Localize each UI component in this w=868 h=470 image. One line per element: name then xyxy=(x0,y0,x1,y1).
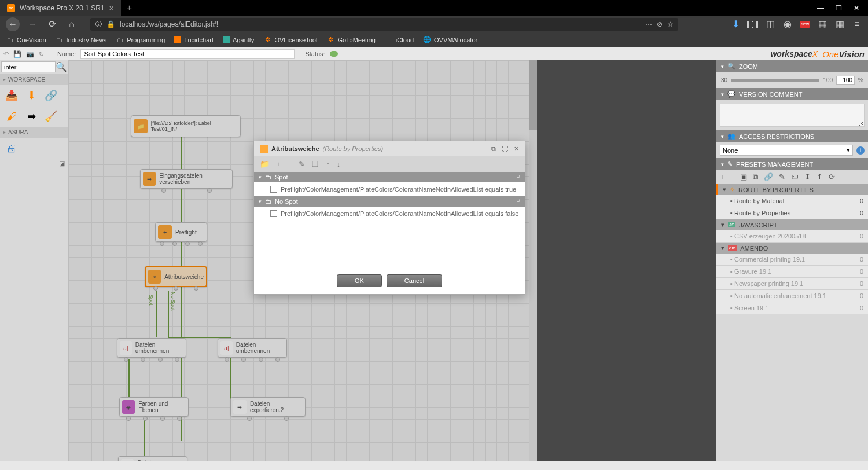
ok-button[interactable]: OK xyxy=(337,274,382,287)
branch-icon[interactable]: ⑂ xyxy=(516,198,520,205)
node-exportieren-2[interactable]: ➡ Dateien exportieren.2 xyxy=(230,397,306,417)
bookmark-ovvmallocator[interactable]: 🌐OVVMAllocator xyxy=(423,36,477,44)
bookmark-gotomeeting[interactable]: ✲GoToMeeting xyxy=(326,36,375,44)
new-badge-icon[interactable]: New xyxy=(800,21,810,28)
node-preflight[interactable]: ✦ Preflight xyxy=(155,222,207,242)
cancel-button[interactable]: Cancel xyxy=(387,274,442,287)
preset-item[interactable]: ▪ Newspaper printing 19.10 xyxy=(716,278,868,290)
preset-item[interactable]: ▪ Gravure 19.10 xyxy=(716,266,868,278)
copy-icon[interactable]: ⧉ xyxy=(753,172,758,182)
tool-link-icon[interactable]: 🔗 xyxy=(44,89,58,102)
version-comment-header[interactable]: 💬VERSION COMMENT xyxy=(716,88,868,100)
branch-icon[interactable]: ⑂ xyxy=(516,174,520,181)
remove-icon[interactable]: − xyxy=(730,172,735,182)
nav-back-button[interactable]: ← xyxy=(6,17,20,31)
import-icon[interactable]: ↧ xyxy=(804,172,811,182)
save-icon[interactable]: 💾 xyxy=(13,50,21,58)
undo-icon[interactable]: ↶ xyxy=(3,50,9,58)
refresh-icon[interactable]: ↻ xyxy=(39,50,44,58)
node-hotfolder[interactable]: 📁 [file:///D:/Hotfolder/]: Label Test/01… xyxy=(131,115,241,137)
zoom-section-header[interactable]: 🔍ZOOM xyxy=(716,60,868,72)
node-attributsweiche[interactable]: ✧ Attributsweiche xyxy=(145,266,207,287)
bookmark-industry-news[interactable]: 🗀Industry News xyxy=(56,36,107,44)
url-menu-icon[interactable]: ⋯ xyxy=(645,20,652,28)
tool-export-icon[interactable]: ➡ xyxy=(24,109,38,123)
dialog-header[interactable]: Attributsweiche (Route by Properties) ⧉ … xyxy=(254,141,525,156)
tool-brush-icon[interactable]: 🖌 xyxy=(5,109,19,123)
nav-home-button[interactable]: ⌂ xyxy=(65,17,79,31)
asura-section-header[interactable]: ASURA xyxy=(0,127,68,138)
camera-icon[interactable]: 📷 xyxy=(26,50,34,58)
panel-expand-icon[interactable]: ◪ xyxy=(56,159,68,168)
close-icon[interactable]: ✕ xyxy=(514,145,519,153)
new-tab-button[interactable]: + xyxy=(127,3,132,13)
move-up-icon[interactable]: ↑ xyxy=(326,160,330,168)
nav-refresh-button[interactable]: ⟳ xyxy=(45,17,59,31)
node-exportieren[interactable]: ➡ Dateien exportieren xyxy=(118,456,187,461)
menu-icon[interactable]: ≡ xyxy=(852,19,862,30)
extension-icon-1[interactable]: ▦ xyxy=(817,19,827,30)
tool-print-icon[interactable]: 🖨 xyxy=(5,141,19,155)
preset-group-amendo[interactable]: ▾amAMENDO xyxy=(716,243,868,254)
bookmark-star-icon[interactable]: ☆ xyxy=(667,20,674,28)
version-comment-input[interactable] xyxy=(720,104,865,127)
protection-icon[interactable]: ⊘ xyxy=(657,20,663,28)
workspace-section-header[interactable]: WORKSPACE xyxy=(0,74,68,85)
access-select[interactable]: None▾ xyxy=(720,145,853,156)
node-farben[interactable]: ◈ Farben und Ebenen xyxy=(119,397,189,417)
presets-management-header[interactable]: ✎PRESETS MANAGEMENT xyxy=(716,158,868,170)
preset-group-javascript[interactable]: ▾JSJAVASCRIPT xyxy=(716,219,868,230)
account-icon[interactable]: ◉ xyxy=(782,19,793,30)
workflow-name-input[interactable] xyxy=(80,49,295,59)
bookmark-programming[interactable]: 🗀Programming xyxy=(116,36,165,44)
bookmark-icloud[interactable]: iCloud xyxy=(385,36,414,44)
tag-icon[interactable]: 🏷 xyxy=(791,172,799,182)
preset-item[interactable]: ▪ Route by Properties0 xyxy=(716,207,868,219)
search-icon[interactable]: 🔍 xyxy=(56,61,67,72)
rule-row[interactable]: Preflight/ColorManagement/PlateColors/Co… xyxy=(254,207,525,221)
browser-tab[interactable]: w Workspace Pro X 20.1 SR1 × xyxy=(0,0,121,16)
expand-icon[interactable]: ⛶ xyxy=(502,145,508,153)
info-icon[interactable]: i xyxy=(856,146,865,155)
access-restrictions-header[interactable]: 👥ACCESS RESTRICTIONS xyxy=(716,130,868,142)
maximize-icon[interactable]: ❐ xyxy=(836,4,842,12)
bottom-scrollbar[interactable] xyxy=(0,461,868,470)
refresh-icon[interactable]: ⟳ xyxy=(829,172,835,182)
bookmark-onevision[interactable]: 🗀OneVision xyxy=(6,36,46,44)
link-icon[interactable]: 🔗 xyxy=(764,172,773,182)
export-icon[interactable]: ↥ xyxy=(816,172,823,182)
close-icon[interactable]: ✕ xyxy=(854,4,859,12)
group-no-spot[interactable]: 🗀No Spot⑂ xyxy=(254,196,525,207)
nav-forward-button[interactable]: → xyxy=(25,17,39,31)
zoom-value-input[interactable] xyxy=(836,76,855,85)
tool-clean-icon[interactable]: 🧹 xyxy=(44,109,58,123)
node-umbenennen-1[interactable]: a| Dateien umbenennen xyxy=(117,338,186,358)
bookmark-lucidchart[interactable]: Lucidchart xyxy=(174,36,214,43)
minimize-icon[interactable]: — xyxy=(817,4,824,12)
node-eingang[interactable]: ➡ Eingangsdateien verschieben xyxy=(140,169,233,189)
copy-icon[interactable]: ❐ xyxy=(312,160,319,168)
preset-item[interactable]: ▪ CSV erzeugen 202005180 xyxy=(716,230,868,243)
url-bar[interactable]: 🛈 🔒 localhost/ws/pages/alEditor.jsf#! ⋯ … xyxy=(90,18,678,31)
tab-close-icon[interactable]: × xyxy=(109,3,114,13)
tool-import-icon[interactable]: 📥 xyxy=(5,89,19,102)
tool-search-input[interactable] xyxy=(1,61,56,72)
library-icon[interactable]: ⫿⫿⫿ xyxy=(748,19,758,30)
add-icon[interactable]: + xyxy=(720,172,724,182)
download-icon[interactable]: ⬇ xyxy=(730,19,741,30)
preset-item[interactable]: ▪ No automatic enhancement 19.10 xyxy=(716,290,868,302)
tool-download-icon[interactable]: ⬇ xyxy=(24,89,38,102)
folder-icon[interactable]: ▣ xyxy=(740,172,747,182)
extension-icon-2[interactable]: ▦ xyxy=(834,19,845,30)
zoom-slider[interactable] xyxy=(731,79,819,82)
unlink-icon[interactable]: ⧉ xyxy=(491,145,496,153)
bookmark-ovlicensetool[interactable]: ✲OVLicenseTool xyxy=(263,36,317,44)
group-spot[interactable]: 🗀Spot⑂ xyxy=(254,172,525,182)
remove-icon[interactable]: − xyxy=(288,160,292,168)
node-umbenennen-2[interactable]: a| Dateien umbenennen xyxy=(218,338,287,358)
new-folder-icon[interactable]: 📁 xyxy=(260,160,269,168)
preset-item[interactable]: ▪ Commercial printing 19.10 xyxy=(716,254,868,266)
edit-icon[interactable]: ✎ xyxy=(779,172,785,182)
preset-item[interactable]: ▪ Screen 19.10 xyxy=(716,302,868,314)
preset-group-route[interactable]: ▾✧ROUTE BY PROPERTIES xyxy=(716,184,868,195)
